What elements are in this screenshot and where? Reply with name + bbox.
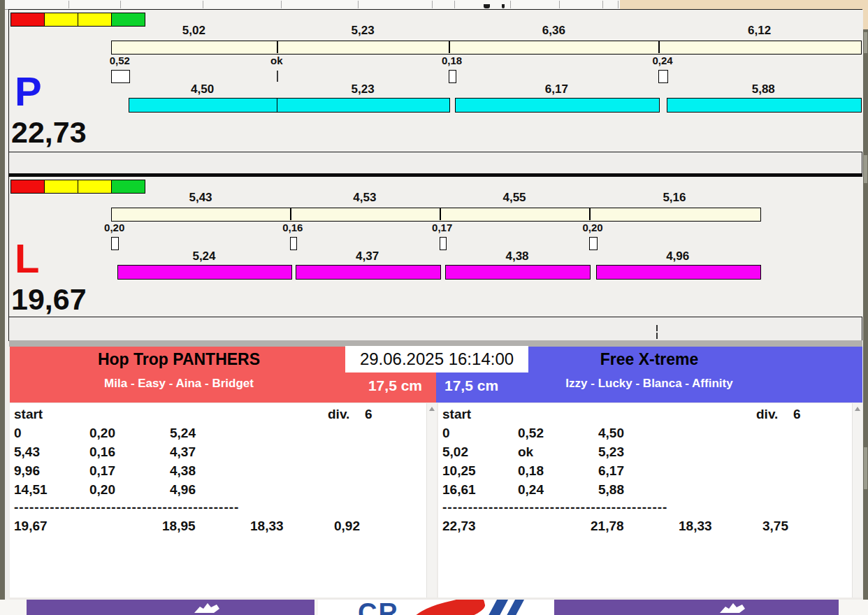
- table-cell: ok: [518, 444, 533, 460]
- dog-run-time-label: 4,37: [336, 249, 399, 263]
- table-row: 5,02ok5,23: [438, 444, 862, 463]
- toolbar-button-separator: [358, 1, 359, 8]
- table-row: 5,430,164,37: [10, 444, 437, 463]
- table-row: 9,960,174,38: [10, 463, 437, 482]
- toolbar-button-separator: [68, 1, 69, 8]
- table-scrollbar[interactable]: [426, 403, 437, 598]
- table-cell: 4,50: [598, 426, 624, 441]
- table-row: 00,524,50: [438, 426, 862, 444]
- table-cell: 5,02: [442, 444, 468, 460]
- table-cell: 5,88: [598, 482, 624, 498]
- result-table-left: start div. 6 00,205,245,430,164,379,960,…: [10, 403, 437, 598]
- summary-cell: 18,33: [679, 519, 712, 534]
- table-row: 10,250,186,17: [438, 463, 862, 482]
- table-cell: 14,51: [14, 482, 48, 498]
- dog-run-time-label: 5,88: [732, 82, 795, 96]
- toolbar-button-separator: [602, 1, 603, 8]
- start-lights: [10, 13, 145, 27]
- banner-logo-bg: CR: [318, 600, 554, 615]
- dog-run-time-label: 5,23: [331, 82, 394, 96]
- split-time-label: 5,02: [162, 24, 225, 38]
- crossover-window-box: [111, 70, 130, 83]
- split-time-label: 5,43: [169, 191, 232, 205]
- start-light-0: [10, 13, 45, 27]
- toolbar-button-separator: [454, 1, 455, 8]
- toolbar-button-separator: [203, 1, 203, 8]
- scroll-up-icon[interactable]: [855, 407, 860, 411]
- split-time-label: 6,36: [522, 24, 585, 38]
- dog-run-bar: [277, 98, 451, 113]
- text-cursor: [656, 333, 658, 339]
- start-light-2: [78, 13, 112, 27]
- lane-panel-p: P 22,73 5,020,524,505,23ok5,236,360,186,…: [9, 10, 862, 152]
- summary-cell: 21,78: [591, 519, 624, 534]
- table-row: 00,205,24: [10, 426, 437, 444]
- division-value: 6: [365, 407, 372, 422]
- cr-logo-text: CR: [358, 600, 399, 615]
- table-cell: 0: [442, 426, 450, 441]
- table-cell: 10,25: [442, 463, 476, 479]
- table-summary-row: 22,7321,7818,333,75: [438, 519, 862, 537]
- split-time-bar: [111, 208, 761, 222]
- start-light-1: [44, 180, 78, 194]
- crossover-window-box: [290, 237, 297, 250]
- start-light-1: [44, 13, 78, 27]
- datetime-display: 29.06.2025 16:14:00: [345, 346, 528, 372]
- jump-height: 17,5 cm: [296, 377, 422, 394]
- result-table-right: start div. 6 00,524,505,02ok5,2310,250,1…: [438, 403, 862, 598]
- table-separator: ----------------------------------------…: [14, 500, 259, 519]
- table-cell: 16,61: [442, 482, 476, 498]
- crossover-window-box: [589, 237, 597, 250]
- toolbar-button-separator: [281, 1, 282, 8]
- table-summary-row: 19,6718,9518,330,92: [10, 519, 437, 537]
- crossover-time-label: 0,52: [95, 55, 144, 66]
- table-cell: 0,24: [518, 482, 544, 498]
- panel-l-bottom-line: [8, 317, 862, 317]
- dog-silhouette-icon: [718, 601, 746, 615]
- lane-letter: L: [15, 238, 39, 279]
- scoreboard: Hop Trop PANTHERS Mila - Easy - Aina - B…: [9, 347, 862, 600]
- toolbar-label-descender: [502, 4, 505, 8]
- start-light-2: [78, 180, 112, 194]
- panel-p-bottom-line: [8, 152, 862, 152]
- crossover-time-label: 0,17: [418, 222, 467, 233]
- cr-logo-blue-shape: [484, 600, 508, 615]
- table-cell: 0,20: [89, 426, 115, 441]
- table-cell: 4,37: [170, 444, 196, 460]
- table-scrollbar[interactable]: [852, 403, 862, 598]
- crossover-window-box: [111, 237, 119, 250]
- crossover-ok-tick: [277, 71, 278, 82]
- table-cell: 9,96: [14, 463, 40, 479]
- toolbar-button-separator: [559, 1, 560, 8]
- jump-height: 17,5 cm: [444, 377, 542, 394]
- table-separator: ----------------------------------------…: [442, 500, 687, 519]
- table-cell: 5,24: [170, 426, 196, 441]
- summary-cell: 18,95: [162, 519, 196, 534]
- table-cell: 0,52: [518, 426, 544, 441]
- dog-run-time-label: 4,50: [171, 82, 234, 96]
- start-label: start: [442, 407, 471, 422]
- edge-scroll-bump: [864, 447, 867, 489]
- dog-run-time-label: 4,38: [486, 249, 549, 263]
- start-lights: [10, 180, 145, 194]
- lane-total-time: 19,67: [11, 284, 87, 314]
- crossover-time-label: 0,20: [90, 222, 139, 233]
- split-time-label: 5,23: [331, 24, 394, 38]
- dog-run-time-label: 6,17: [525, 82, 588, 96]
- lane-total-time: 22,73: [11, 117, 87, 147]
- table-header: start div. 6: [10, 407, 437, 426]
- crossover-time-label: 0,20: [568, 222, 617, 233]
- scroll-up-icon[interactable]: [429, 407, 435, 411]
- sponsor-banner: CR: [0, 600, 868, 615]
- crossover-time-label: 0,24: [638, 55, 687, 66]
- split-time-label: 4,53: [333, 191, 396, 205]
- background-window-corner: [863, 0, 868, 29]
- window-edge-left: [0, 0, 5, 600]
- window-edge-right: [863, 29, 868, 600]
- start-light-0: [10, 180, 45, 194]
- split-time-label: 5,16: [643, 191, 706, 205]
- text-cursor: [656, 325, 658, 331]
- toolbar-button-separator: [432, 1, 433, 8]
- toolbar-button-separator: [510, 1, 511, 8]
- dog-run-bar: [296, 265, 441, 280]
